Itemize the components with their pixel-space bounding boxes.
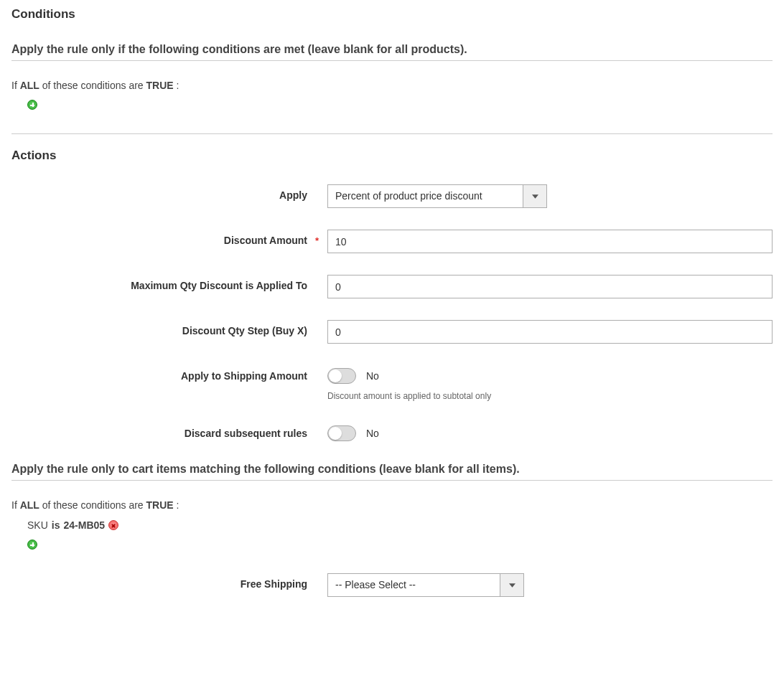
label-discount-amount: Discount Amount [11,230,327,246]
cond-word-if: If [11,80,17,91]
label-apply: Apply [11,184,327,201]
section-title-conditions: Conditions [11,7,773,22]
label-apply-shipping: Apply to Shipping Amount [11,365,327,382]
chevron-down-icon [523,185,546,207]
cond-word-suffix: : [177,80,179,91]
cond-aggregate[interactable]: ALL [20,499,39,511]
row-discard: Discard subsequent rules No [11,423,773,441]
input-discount-amount[interactable] [327,230,773,253]
cond-value[interactable]: 24-MB05 [63,519,105,531]
row-max-qty: Maximum Qty Discount is Applied To [11,275,773,298]
conditions-root-line: If ALL of these conditions are TRUE : [11,80,773,91]
chevron-down-icon [500,574,523,596]
input-max-qty[interactable] [327,275,773,298]
label-max-qty: Maximum Qty Discount is Applied To [11,275,327,291]
select-free-shipping[interactable]: -- Please Select -- [327,573,524,597]
cond-word-mid: of these conditions are [42,80,144,91]
cond-attribute[interactable]: SKU [27,519,48,531]
toggle-discard[interactable] [327,425,356,441]
add-condition-icon[interactable] [27,540,37,550]
conditions-block: If ALL of these conditions are TRUE : [11,74,773,134]
cond-word-if: If [11,499,17,511]
cond-operator[interactable]: is [52,519,60,531]
conditions-fieldset-title: Apply the rule only if the following con… [11,43,773,61]
cart-conditions-root-line: If ALL of these conditions are TRUE : [11,499,773,511]
cart-conditions-block: If ALL of these conditions are TRUE : SK… [11,494,773,573]
input-qty-step[interactable] [327,320,773,344]
select-apply-value: Percent of product price discount [328,185,523,207]
cond-truth[interactable]: TRUE [146,499,174,511]
row-apply: Apply Percent of product price discount [11,184,773,208]
add-condition-icon[interactable] [27,100,37,110]
row-apply-shipping: Apply to Shipping Amount No Discount amo… [11,365,773,401]
cart-conditions-fieldset-title: Apply the rule only to cart items matchi… [11,463,773,481]
row-discount-amount: Discount Amount [11,230,773,253]
row-qty-step: Discount Qty Step (Buy X) [11,320,773,344]
remove-condition-icon[interactable] [108,520,118,530]
toggle-apply-shipping-label: No [366,370,379,382]
cond-truth[interactable]: TRUE [146,80,174,91]
section-title-actions: Actions [11,149,773,163]
toggle-apply-shipping[interactable] [327,368,356,384]
row-free-shipping: Free Shipping -- Please Select -- [11,573,773,597]
label-discard: Discard subsequent rules [11,423,327,439]
help-apply-shipping: Discount amount is applied to subtotal o… [327,391,773,401]
cart-condition-item: SKU is 24-MB05 [27,519,773,531]
cond-aggregate[interactable]: ALL [20,80,39,91]
cond-word-mid: of these conditions are [42,499,144,511]
select-free-shipping-value: -- Please Select -- [328,574,500,596]
label-qty-step: Discount Qty Step (Buy X) [11,320,327,336]
label-free-shipping: Free Shipping [11,573,327,590]
toggle-discard-label: No [366,428,379,439]
select-apply[interactable]: Percent of product price discount [327,184,547,208]
cond-word-suffix: : [177,499,179,511]
